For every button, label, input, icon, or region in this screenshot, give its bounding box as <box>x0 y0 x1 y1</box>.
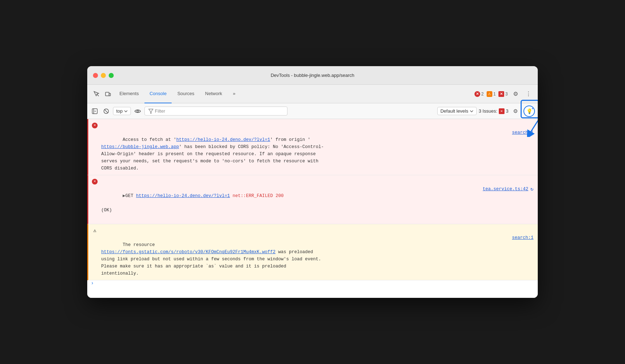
maximize-button[interactable] <box>109 73 114 78</box>
lightbulb-button[interactable]: 💡 + <box>523 105 535 117</box>
window-title: DevTools - bubble-jingle.web.app/search <box>271 73 354 78</box>
svg-point-8 <box>137 110 139 112</box>
warn-badge[interactable]: ⚠ 1 <box>487 91 496 97</box>
svg-rect-2 <box>109 93 110 96</box>
settings-button[interactable]: ⚙ <box>511 89 521 99</box>
svg-marker-9 <box>149 109 153 113</box>
eye-button[interactable] <box>133 107 142 116</box>
devtools-window: DevTools - bubble-jingle.web.app/search … <box>87 66 538 298</box>
svg-marker-5 <box>95 110 96 112</box>
expand-arrow[interactable]: ▶ <box>123 193 126 198</box>
warning-text: search:1 The resource https://fonts.gsta… <box>101 227 533 277</box>
tab-nav: Elements Console Sources Network » <box>114 85 473 103</box>
tab-network[interactable]: Network <box>200 85 227 103</box>
error-circle-icon: ✕ <box>92 123 98 128</box>
filter-input[interactable]: Filter <box>144 107 287 115</box>
gear-icon: ⚙ <box>513 90 518 97</box>
get-error-text: tea.service.ts:42 ↻ ▶GET https://hello-i… <box>101 178 533 221</box>
main-toolbar: Elements Console Sources Network » ✕ 2 ⚠… <box>87 85 538 103</box>
svg-rect-1 <box>105 92 109 96</box>
issue-icon: ✕ <box>498 91 504 97</box>
tab-more[interactable]: » <box>228 85 240 103</box>
console-entry-cors-error: ✕ search:1 Access to fetch at 'https://h… <box>87 119 538 175</box>
minimize-button[interactable] <box>101 73 106 78</box>
levels-selector[interactable]: Default levels <box>437 107 477 115</box>
entry-source-link-3[interactable]: search:1 <box>512 234 533 241</box>
error-entry-icon-2: ✕ <box>92 179 98 185</box>
context-selector[interactable]: top <box>113 107 131 115</box>
more-button[interactable]: ⋮ <box>523 89 533 99</box>
console-entry-get-error: ✕ tea.service.ts:42 ↻ ▶GET https://hello… <box>87 175 538 224</box>
clear-console-button[interactable] <box>102 107 111 116</box>
issues-count[interactable]: 3 Issues: ✕ 3 <box>479 108 508 114</box>
ok-text: (OK) <box>101 208 112 213</box>
close-button[interactable] <box>93 73 98 78</box>
tab-console[interactable]: Console <box>144 85 172 103</box>
origin-url-link[interactable]: https://bubble-jingle.web.app <box>101 144 179 149</box>
issue-badge[interactable]: ✕ 3 <box>498 91 508 97</box>
more-icon: ⋮ <box>526 90 531 97</box>
toolbar-right: ✕ 2 ⚠ 1 ✕ 3 ⚙ ⋮ <box>474 89 533 99</box>
warn-icon: ⚠ <box>487 91 492 97</box>
lightbulb-area: 💡 + <box>523 105 535 117</box>
refresh-icon[interactable]: ↻ <box>531 185 533 193</box>
console-content: ✕ search:1 Access to fetch at 'https://h… <box>87 119 538 298</box>
svg-line-7 <box>104 109 108 113</box>
console-entry-warning: ⚠️ search:1 The resource https://fonts.g… <box>87 224 538 280</box>
error-badge[interactable]: ✕ 2 <box>474 91 484 97</box>
font-url-link[interactable]: https://fonts.gstatic.com/s/roboto/v30/K… <box>101 250 276 255</box>
traffic-lights <box>93 73 114 78</box>
prompt-arrow: › <box>91 279 94 287</box>
warn-triangle-icon: ⚠️ <box>92 228 98 233</box>
entry-source-link-1[interactable]: search:1 <box>512 129 533 136</box>
device-toggle-icon[interactable] <box>103 89 113 99</box>
error-status: net::ERR_FAILED 200 <box>230 193 284 198</box>
get-prefix: GET <box>126 193 136 198</box>
console-gear-icon: ⚙ <box>513 108 518 114</box>
tab-sources[interactable]: Sources <box>172 85 200 103</box>
fetch-url-link[interactable]: https://hello-io-24.deno.dev/?lvl=1 <box>176 137 270 142</box>
get-url-link[interactable]: https://hello-io-24.deno.dev/?lvl=1 <box>136 193 230 198</box>
console-toolbar: top Filter Default levels 3 Issues: <box>87 103 538 119</box>
plus-badge: + <box>532 107 533 110</box>
issues-icon: ✕ <box>499 108 505 114</box>
entry-source-link-2[interactable]: tea.service.ts:42 <box>483 186 528 193</box>
inspect-icon[interactable] <box>92 89 102 99</box>
cors-error-text: search:1 Access to fetch at 'https://hel… <box>101 122 533 172</box>
console-prompt[interactable]: › <box>87 280 538 286</box>
error-icon: ✕ <box>474 91 480 97</box>
svg-line-0 <box>97 94 99 96</box>
title-bar: DevTools - bubble-jingle.web.app/search <box>87 66 538 85</box>
console-settings-button[interactable]: ⚙ <box>511 107 520 116</box>
error-entry-icon: ✕ <box>92 123 98 128</box>
error-circle-icon-2: ✕ <box>92 179 98 185</box>
tab-elements[interactable]: Elements <box>114 85 144 103</box>
warn-entry-icon: ⚠️ <box>92 228 98 233</box>
sidebar-toggle-button[interactable] <box>90 107 99 116</box>
